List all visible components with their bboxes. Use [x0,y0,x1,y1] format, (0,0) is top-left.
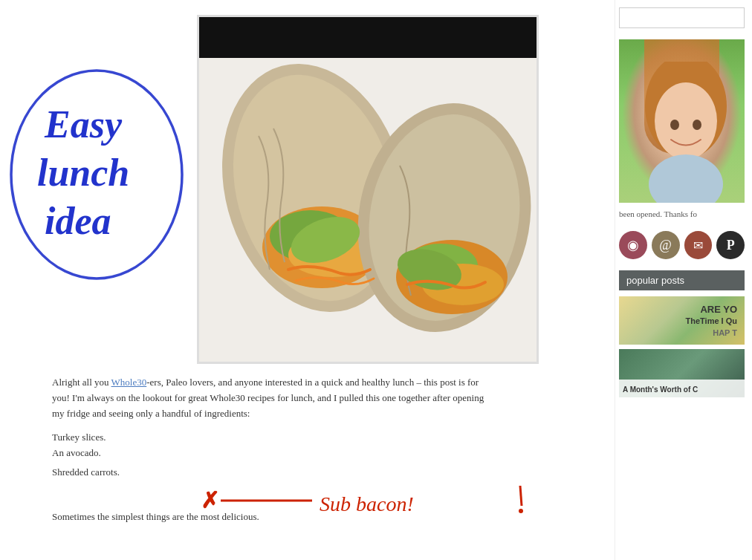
mail-icon[interactable]: ✉ [684,231,713,259]
whole30-link[interactable]: Whole30 [111,377,147,388]
svg-text:idea: idea [45,200,111,242]
popular-post-1[interactable]: ARE YOTheTime I QuHAP T [619,296,745,345]
pinterest-icon[interactable]: P [716,231,745,259]
svg-point-25 [670,120,679,130]
popular-posts-header: popular posts [619,270,745,290]
rss-icon[interactable]: ◉ [619,231,647,259]
svg-point-27 [649,154,723,203]
food-image-container [197,15,539,364]
easy-lunch-annotation: Easy lunch idea [4,59,186,297]
svg-point-26 [693,120,701,130]
ingredients-list: Turkey slices. An avocado. Shredded carr… [52,430,498,484]
svg-point-24 [655,82,717,160]
wrap-photo [199,17,539,364]
profile-image [619,39,745,203]
svg-text:Easy: Easy [44,103,123,146]
ingredient-1: Turkey slices. [52,430,498,446]
closing-text: Sometimes the simplest things are the mo… [52,509,498,525]
intro-paragraph: Alright all you Whole30-ers, Paleo lover… [52,375,498,421]
svg-text:lunch: lunch [37,152,129,194]
search-input[interactable] [619,7,745,28]
svg-point-0 [11,71,182,279]
ingredient-3: Shredded carrots. [52,465,120,481]
profile-caption: been opened. Thanks fo [619,209,745,220]
svg-rect-4 [199,17,539,62]
svg-point-22 [519,509,523,513]
popular-post-2-label: A Month's Worth of C [623,385,698,394]
at-icon[interactable]: @ [652,231,680,259]
popular-post-2[interactable]: A Month's Worth of C [619,349,745,397]
svg-line-21 [520,486,522,506]
social-icons-row: ◉ @ ✉ P [619,231,745,259]
ingredient-2: An avocado. [52,446,498,461]
